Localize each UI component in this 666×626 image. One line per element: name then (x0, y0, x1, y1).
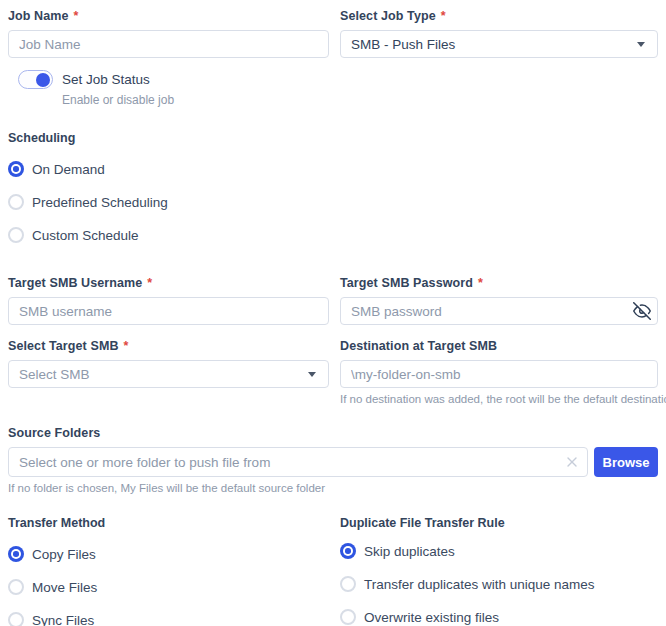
job-type-select[interactable]: SMB - Push Files (340, 30, 658, 58)
scheduling-label: Scheduling (8, 131, 658, 145)
required-asterisk: * (124, 339, 129, 353)
radio-selected-icon[interactable] (8, 546, 24, 562)
destination-label: Destination at Target SMB (340, 339, 658, 353)
radio-icon[interactable] (8, 612, 24, 626)
target-smb-field: Select Target SMB * Select SMB (8, 339, 329, 405)
radio-icon[interactable] (8, 227, 24, 243)
radio-option-skip-duplicates[interactable]: Skip duplicates (340, 543, 658, 559)
radio-option-copy-files[interactable]: Copy Files (8, 546, 329, 562)
duplicate-rule-label: Duplicate File Transfer Rule (340, 516, 658, 530)
job-type-label: Select Job Type * (340, 9, 658, 23)
radio-option-predefined-scheduling[interactable]: Predefined Scheduling (8, 194, 658, 210)
chevron-down-icon (308, 372, 316, 377)
radio-option-sync-files[interactable]: Sync Files (8, 612, 329, 626)
required-asterisk: * (478, 276, 483, 290)
destination-field: Destination at Target SMB If no destinat… (340, 339, 658, 405)
required-asterisk: * (441, 9, 446, 23)
job-type-field: Select Job Type * SMB - Push Files (340, 9, 658, 58)
job-form: Job Name * Select Job Type * SMB - Push … (0, 0, 666, 626)
radio-option-move-files[interactable]: Move Files (8, 579, 329, 595)
source-folders-help: If no folder is chosen, My Files will be… (8, 482, 658, 494)
target-smb-select[interactable]: Select SMB (8, 360, 329, 388)
source-folders-input[interactable] (9, 448, 557, 476)
radio-icon[interactable] (8, 579, 24, 595)
browse-button[interactable]: Browse (594, 447, 658, 477)
radio-icon[interactable] (340, 609, 356, 625)
job-name-field: Job Name * (8, 9, 329, 58)
radio-selected-icon[interactable] (340, 543, 356, 559)
job-name-input[interactable] (9, 31, 328, 57)
target-smb-label: Select Target SMB * (8, 339, 329, 353)
job-status-toggle[interactable] (18, 70, 53, 89)
source-folders-label: Source Folders (8, 426, 658, 440)
radio-option-on-demand[interactable]: On Demand (8, 161, 658, 177)
duplicate-rule-group: Duplicate File Transfer Rule Skip duplic… (340, 516, 658, 626)
job-status-label: Set Job Status (62, 72, 150, 87)
radio-option-overwrite-existing[interactable]: Overwrite existing files (340, 609, 658, 625)
toggle-knob (36, 73, 50, 87)
radio-selected-icon[interactable] (8, 161, 24, 177)
eye-off-icon[interactable] (627, 298, 657, 324)
radio-option-transfer-duplicates-unique[interactable]: Transfer duplicates with unique names (340, 576, 658, 592)
required-asterisk: * (74, 9, 79, 23)
destination-help: If no destination was added, the root wi… (340, 393, 658, 405)
job-name-label: Job Name * (8, 9, 329, 23)
smb-password-label: Target SMB Password * (340, 276, 658, 290)
transfer-method-label: Transfer Method (8, 516, 329, 530)
clear-icon[interactable] (557, 448, 587, 476)
smb-username-field: Target SMB Username * (8, 276, 329, 325)
radio-icon[interactable] (340, 576, 356, 592)
target-smb-placeholder: Select SMB (19, 367, 90, 382)
smb-username-label: Target SMB Username * (8, 276, 329, 290)
transfer-method-group: Transfer Method Copy Files Move Files Sy… (8, 516, 329, 626)
smb-username-input[interactable] (9, 298, 328, 324)
radio-icon[interactable] (8, 194, 24, 210)
radio-option-custom-schedule[interactable]: Custom Schedule (8, 227, 658, 243)
smb-password-input[interactable] (341, 298, 627, 324)
job-status-help: Enable or disable job (62, 93, 658, 107)
chevron-down-icon (637, 42, 645, 47)
destination-input[interactable] (341, 361, 657, 387)
required-asterisk: * (147, 276, 152, 290)
job-type-selected-value: SMB - Push Files (351, 37, 455, 52)
smb-password-field: Target SMB Password * (340, 276, 658, 325)
